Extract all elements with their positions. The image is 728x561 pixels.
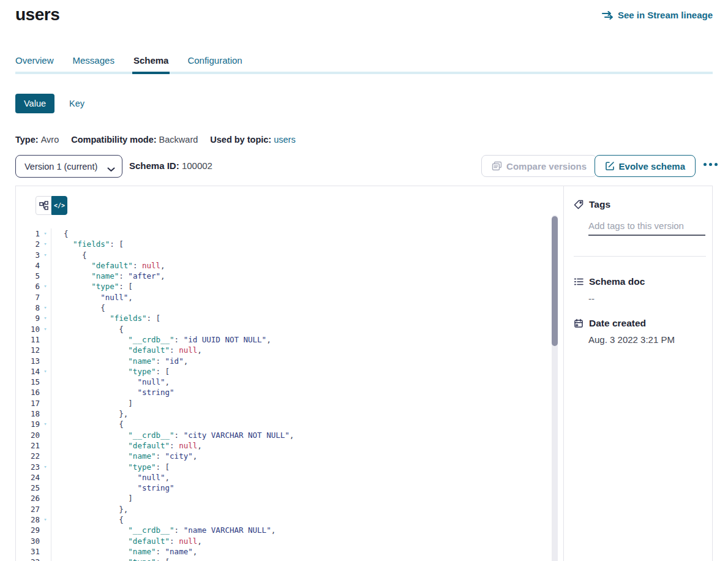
fold-spacer	[40, 546, 51, 557]
ellipsis-dot	[715, 163, 718, 166]
code-line: 13"name": "id",	[16, 356, 549, 366]
more-options-button[interactable]	[704, 160, 718, 168]
schema-doc-value: --	[588, 293, 595, 304]
line-number: 3	[16, 250, 40, 260]
code-text: "type": [	[51, 281, 549, 292]
tree-view-icon	[39, 201, 48, 210]
code-text: },	[51, 504, 549, 514]
code-line: 32▾"type": [	[16, 557, 549, 561]
fold-toggle-icon[interactable]: ▾	[40, 462, 51, 472]
fold-toggle-icon[interactable]: ▾	[40, 250, 51, 260]
fold-toggle-icon[interactable]: ▾	[40, 324, 51, 334]
value-tab-button[interactable]: Value	[15, 94, 54, 113]
fold-spacer	[40, 493, 51, 503]
line-number: 21	[16, 440, 40, 451]
code-line: 12"default": null,	[16, 345, 549, 355]
code-text: ]	[51, 398, 549, 409]
code-line: 8▾{	[16, 303, 549, 313]
fold-toggle-icon[interactable]: ▾	[40, 313, 51, 323]
fold-toggle-icon[interactable]: ▾	[40, 239, 51, 249]
ellipsis-dot	[704, 163, 707, 166]
used-by-topic-label: Used by topic:	[210, 135, 271, 145]
line-number: 6	[16, 281, 40, 292]
code-text: "__crdb__": "city VARCHAR NOT NULL",	[51, 430, 549, 440]
add-tags-input[interactable]	[588, 219, 705, 236]
code-line: 23▾"type": [	[16, 462, 549, 472]
value-key-toggle: Value Key	[15, 94, 84, 113]
line-number: 17	[16, 398, 40, 409]
fold-spacer	[40, 440, 51, 451]
line-number: 13	[16, 356, 40, 366]
code-view-button[interactable]: </>	[51, 196, 67, 215]
fold-spacer	[40, 483, 51, 493]
sidebar-divider	[574, 256, 706, 257]
fold-spacer	[40, 430, 51, 440]
fold-toggle-icon[interactable]: ▾	[40, 281, 51, 292]
code-text: "type": [	[51, 462, 549, 472]
code-text: {	[51, 303, 549, 313]
tree-view-button[interactable]	[36, 196, 51, 215]
fold-toggle-icon[interactable]: ▾	[40, 303, 51, 313]
code-line: 14▾"type": [	[16, 366, 549, 377]
code-text: "null",	[51, 472, 549, 483]
code-text: {	[51, 228, 549, 239]
see-in-stream-lineage-label: See in Stream lineage	[618, 10, 713, 20]
fold-spacer	[40, 356, 51, 366]
type-value: Avro	[41, 135, 59, 145]
key-tab-button[interactable]: Key	[69, 99, 84, 108]
used-by-topic-meta: Used by topic: users	[210, 135, 295, 145]
tab-underline-bar	[15, 72, 713, 74]
code-text: {	[51, 514, 549, 525]
line-number: 5	[16, 271, 40, 281]
line-number: 20	[16, 430, 40, 440]
code-line: 5"name": "after",	[16, 271, 549, 281]
fold-toggle-icon[interactable]: ▾	[40, 557, 51, 561]
editor-scrollbar-thumb[interactable]	[552, 216, 558, 346]
code-line: 11"__crdb__": "id UUID NOT NULL",	[16, 334, 549, 345]
tab-schema[interactable]: Schema	[133, 55, 169, 72]
ellipsis-dot	[709, 163, 712, 166]
code-text: {	[51, 419, 549, 429]
evolve-schema-button[interactable]: Evolve schema	[595, 155, 696, 177]
tab-messages[interactable]: Messages	[73, 55, 114, 72]
code-text: "string"	[51, 387, 549, 397]
tab-overview[interactable]: Overview	[15, 55, 54, 72]
code-line: 1▾{	[16, 228, 549, 239]
code-text: "type": [	[51, 366, 549, 377]
line-number: 24	[16, 472, 40, 483]
fold-spacer	[40, 345, 51, 355]
code-line: 17]	[16, 398, 549, 409]
code-line: 16"string"	[16, 387, 549, 397]
fold-spacer	[40, 451, 51, 461]
compatibility-meta: Compatibility mode: Backward	[71, 135, 198, 145]
code-text: "null",	[51, 292, 549, 303]
fold-toggle-icon[interactable]: ▾	[40, 366, 51, 377]
compare-versions-button[interactable]: Compare versions	[481, 155, 597, 177]
code-line: 26]	[16, 493, 549, 503]
line-number: 11	[16, 334, 40, 345]
fold-toggle-icon[interactable]: ▾	[40, 514, 51, 525]
code-line: 24"null",	[16, 472, 549, 483]
code-text: {	[51, 250, 549, 260]
topic-users-link[interactable]: users	[274, 135, 295, 145]
fold-spacer	[40, 271, 51, 281]
code-line: 31"name": "name",	[16, 546, 549, 557]
fold-toggle-icon[interactable]: ▾	[40, 419, 51, 429]
tab-configuration[interactable]: Configuration	[187, 55, 242, 72]
fold-toggle-icon[interactable]: ▾	[40, 228, 51, 239]
see-in-stream-lineage-link[interactable]: See in Stream lineage	[602, 10, 713, 20]
line-number: 31	[16, 546, 40, 557]
code-line: 4"default": null,	[16, 260, 549, 271]
code-text: "default": null,	[51, 536, 549, 546]
date-created-section-title: Date created	[574, 318, 646, 329]
schema-sidebar: Tags Schema doc -- Date created	[565, 186, 712, 561]
version-select[interactable]: Version 1 (current)	[15, 155, 122, 178]
line-number: 8	[16, 303, 40, 313]
code-text: ]	[51, 493, 549, 503]
code-line: 28▾{	[16, 514, 549, 525]
code-line: 19▾{	[16, 419, 549, 429]
code-view-icon: </>	[54, 202, 65, 209]
code-text: "fields": [	[51, 313, 549, 323]
fold-spacer	[40, 292, 51, 303]
line-number: 4	[16, 260, 40, 271]
